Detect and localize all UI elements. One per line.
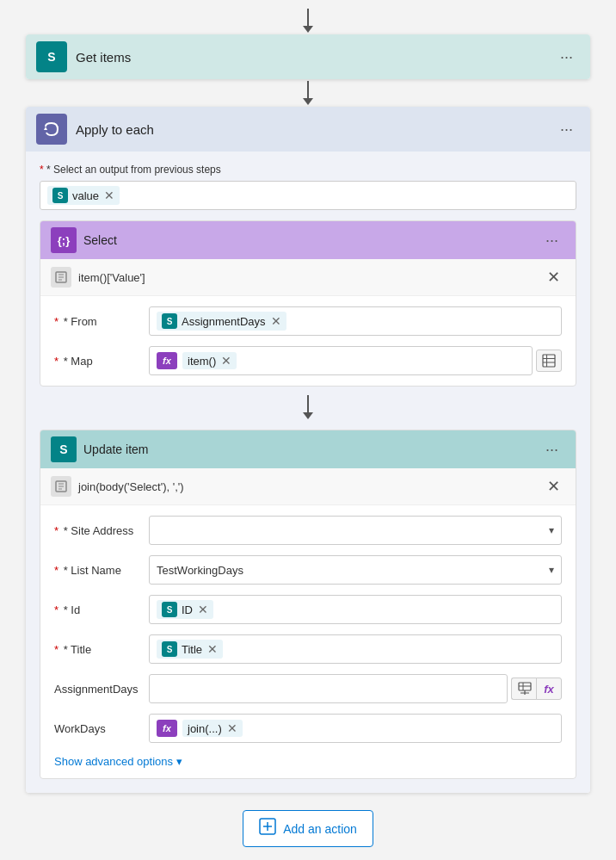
list-name-chevron: ▾ (549, 564, 554, 576)
select-card: {;} Select ··· item()['Value'] ✕ (40, 220, 576, 387)
update-item-body: * * Site Address ▾ * * List Name (40, 505, 576, 778)
site-address-row: * * Site Address ▾ (54, 516, 562, 545)
select-subrow: item()['Value'] ✕ (40, 259, 576, 296)
chevron-down-icon: ▾ (176, 755, 182, 768)
apply-to-each-more-button[interactable]: ··· (553, 117, 580, 142)
select-map-label: * * Map (54, 355, 149, 368)
get-items-header: S Get items ··· (26, 34, 590, 79)
select-card-header: {;} Select ··· (40, 221, 576, 259)
add-an-action-button[interactable]: Add an action (243, 810, 373, 847)
map-table-icon[interactable] (536, 350, 562, 372)
select-from-label: * * From (54, 315, 149, 328)
site-address-select[interactable]: ▾ (149, 516, 562, 545)
select-more-button[interactable]: ··· (539, 228, 565, 253)
apply-each-field-label: * * Select an output from previous steps (40, 164, 576, 176)
id-tag-close[interactable]: ✕ (198, 603, 208, 616)
select-map-row: * * Map fx item() ✕ (54, 346, 562, 375)
get-items-title: Get items (76, 50, 553, 65)
show-advanced-options-button[interactable]: Show advanced options ▾ (54, 755, 562, 768)
id-row: * * Id S ID ✕ (54, 595, 562, 624)
workdays-input[interactable]: fx join(...) ✕ (149, 714, 562, 743)
title-tag: S Title ✕ (157, 640, 223, 659)
top-connector-arrow (303, 9, 313, 33)
site-address-label: * * Site Address (54, 524, 149, 537)
connector-arrow-1 (303, 81, 313, 105)
title-tag-close[interactable]: ✕ (207, 642, 218, 656)
select-icon: {;} (51, 227, 77, 253)
site-address-chevron: ▾ (549, 524, 554, 536)
assignment-days-row: AssignmentDays (54, 674, 562, 703)
update-item-more-button[interactable]: ··· (539, 437, 565, 462)
assignment-days-tag: S AssignmentDays ✕ (157, 312, 286, 331)
assignment-days-input[interactable] (149, 674, 508, 703)
assignment-table-icon[interactable] (511, 677, 537, 700)
list-name-row: * * List Name TestWorkingDays ▾ (54, 555, 562, 585)
apply-to-each-body: * * Select an output from previous steps… (26, 152, 590, 793)
value-tag: S value ✕ (47, 186, 120, 205)
select-subrow-label: item()['Value'] (78, 271, 542, 284)
list-name-select[interactable]: TestWorkingDays ▾ (149, 555, 562, 585)
assignment-days-icon: S (162, 313, 177, 329)
id-tag: S ID ✕ (157, 600, 213, 619)
value-tag-icon: S (52, 188, 68, 203)
title-row: * * Title S Title ✕ (54, 634, 562, 664)
add-action-container: Add an action (243, 810, 373, 847)
get-items-card: S Get items ··· (26, 34, 590, 79)
add-action-icon (259, 818, 276, 839)
update-item-header: S Update item ··· (40, 430, 576, 468)
select-subrow-icon (51, 267, 71, 288)
workdays-tag: join(...) ✕ (182, 720, 243, 737)
update-item-subrow: join(body('Select'), ',') ✕ (40, 468, 576, 505)
update-subrow-icon (51, 476, 71, 497)
inner-connector-arrow (40, 395, 576, 419)
select-title: Select (83, 233, 539, 247)
workdays-label: WorkDays (54, 722, 149, 735)
select-map-input[interactable]: fx item() ✕ (149, 346, 533, 375)
assignment-fx-icon[interactable]: fx (536, 677, 562, 700)
value-tag-close[interactable]: ✕ (104, 189, 114, 202)
id-label: * * Id (54, 603, 149, 616)
title-label: * * Title (54, 643, 149, 656)
id-input[interactable]: S ID ✕ (149, 595, 562, 624)
update-item-icon: S (51, 436, 77, 462)
update-item-card: S Update item ··· join(body('Select'), '… (40, 430, 576, 779)
apply-to-each-card: Apply to each ··· * * Select an output f… (26, 107, 590, 793)
loop-icon (36, 114, 67, 145)
select-from-input[interactable]: S AssignmentDays ✕ (149, 306, 562, 336)
apply-each-value-input[interactable]: S value ✕ (40, 181, 576, 210)
id-tag-icon: S (162, 602, 177, 617)
select-body: * * From S AssignmentDays ✕ (40, 296, 576, 386)
title-input[interactable]: S Title ✕ (149, 634, 562, 664)
get-items-more-button[interactable]: ··· (553, 45, 580, 70)
assignment-days-label: AssignmentDays (54, 683, 149, 696)
from-tag-close[interactable]: ✕ (271, 314, 281, 328)
map-tag-close[interactable]: ✕ (221, 354, 231, 368)
svg-rect-2 (543, 355, 555, 367)
fx-badge-map: fx (157, 352, 177, 369)
assignment-days-btn-group: fx (511, 677, 562, 700)
svg-marker-0 (44, 127, 47, 130)
item-tag: item() ✕ (182, 352, 237, 369)
workdays-row: WorkDays fx join(...) ✕ (54, 714, 562, 743)
select-subrow-close[interactable]: ✕ (542, 266, 565, 288)
apply-to-each-header: Apply to each ··· (26, 107, 590, 152)
apply-to-each-title: Apply to each (76, 122, 553, 137)
fx-badge-workdays: fx (157, 720, 177, 737)
title-tag-icon: S (162, 641, 177, 657)
update-subrow-close[interactable]: ✕ (542, 475, 565, 498)
workdays-tag-close[interactable]: ✕ (227, 721, 237, 735)
flow-container: S Get items ··· Apply to each ··· * (26, 9, 590, 847)
list-name-label: * * List Name (54, 564, 149, 577)
update-item-title: Update item (83, 442, 539, 456)
sharepoint-icon: S (36, 41, 67, 72)
update-subrow-label: join(body('Select'), ',') (78, 480, 542, 493)
select-from-row: * * From S AssignmentDays ✕ (54, 306, 562, 336)
